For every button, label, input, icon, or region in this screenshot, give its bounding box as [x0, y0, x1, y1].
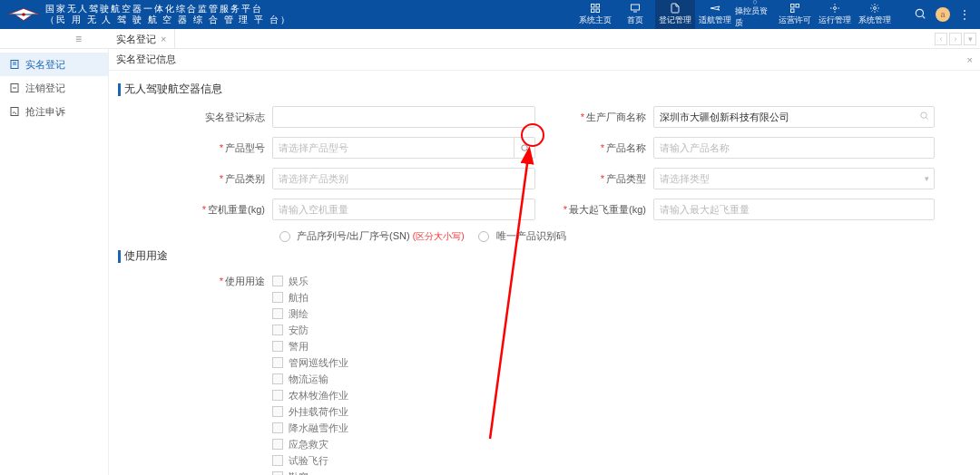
usage-checkbox[interactable]: 勘察: [272, 469, 348, 475]
select-product-type[interactable]: [653, 168, 935, 189]
input-empty-weight[interactable]: [272, 199, 535, 220]
section-bar-icon: [118, 250, 121, 263]
label-manufacturer: 生产厂商名称: [554, 111, 653, 124]
tab-nav-next[interactable]: ›: [949, 33, 962, 45]
lookup-product-model-button[interactable]: [514, 137, 535, 159]
checkbox-icon: [272, 455, 283, 466]
sidebar-toggle-icon[interactable]: ≡: [0, 29, 109, 49]
input-max-takeoff[interactable]: [653, 199, 935, 220]
usage-label: 娱乐: [289, 275, 309, 288]
usage-checkbox[interactable]: 警用: [272, 338, 348, 354]
svg-rect-2: [596, 5, 600, 8]
usage-checkbox[interactable]: 管网巡线作业: [272, 354, 348, 371]
usage-label: 农林牧渔作业: [289, 389, 348, 402]
svg-rect-19: [11, 108, 18, 116]
usage-checkbox[interactable]: 物流运输: [272, 371, 348, 387]
svg-line-13: [922, 15, 925, 18]
label-product-model: 产品型号: [172, 141, 272, 155]
section-uav-info: 无人驾驶航空器信息 实名登记标志 生产厂商名称: [118, 82, 971, 243]
nav-home[interactable]: 首页: [615, 0, 655, 29]
checkbox-icon: [272, 308, 283, 319]
tab-nav-menu[interactable]: ▾: [964, 33, 976, 45]
nav-operation-license[interactable]: 运营许可: [775, 0, 815, 29]
usage-label: 航拍: [289, 291, 309, 305]
nav-registration-mgmt[interactable]: 登记管理: [655, 0, 695, 29]
tab-nav-prev[interactable]: ‹: [935, 33, 947, 45]
sidebar-item-realname[interactable]: 实名登记: [0, 53, 108, 76]
header-right: a ⋮: [914, 0, 980, 29]
input-product-model[interactable]: [272, 137, 514, 159]
card-close-icon[interactable]: ×: [967, 54, 973, 65]
usage-label: 物流运输: [289, 373, 328, 386]
usage-label: 测绘: [289, 307, 309, 321]
card-header: 实名登记信息 ×: [109, 49, 980, 71]
user-avatar[interactable]: a: [936, 7, 950, 22]
usage-checkbox[interactable]: 降水融雪作业: [272, 420, 348, 436]
lookup-manufacturer-icon[interactable]: [919, 111, 929, 123]
usage-label: 安防: [289, 324, 309, 337]
platform-title-line1: 国家无人驾驶航空器一体化综合监管服务平台: [45, 4, 291, 15]
checkbox-icon: [272, 341, 283, 352]
checkbox-icon: [272, 406, 283, 417]
svg-point-10: [834, 7, 837, 10]
logo-block: 国家无人驾驶航空器一体化综合监管服务平台 （民 用 无 人 驾 驶 航 空 器 …: [7, 4, 291, 25]
checkbox-icon: [272, 373, 283, 384]
sidebar-item-label: 注销登记: [25, 82, 65, 95]
section-heading: 无人驾驶航空器信息: [124, 82, 222, 97]
usage-label: 外挂载荷作业: [289, 405, 348, 419]
usage-label: 试验飞行: [289, 454, 328, 468]
label-max-takeoff: 最大起飞重量(kg): [554, 203, 653, 217]
top-nav: 系统主页 首页 登记管理 适航管理 操控员资质 运营许可 运行管理 系统管理: [575, 0, 895, 29]
radio-icon: [279, 231, 290, 242]
input-manufacturer[interactable]: [653, 106, 935, 128]
label-product-name: 产品名称: [554, 141, 653, 155]
svg-rect-9: [791, 9, 795, 13]
usage-checkbox[interactable]: 试验飞行: [272, 452, 348, 469]
nav-operator-qual[interactable]: 操控员资质: [735, 0, 775, 29]
label-reg-mark: 实名登记标志: [172, 111, 272, 124]
sidebar-item-dereg[interactable]: 注销登记: [0, 76, 108, 100]
checkbox-icon: [272, 357, 283, 368]
usage-checkbox[interactable]: 航拍: [272, 289, 348, 305]
checkbox-icon: [272, 390, 283, 401]
checkbox-icon: [272, 292, 283, 303]
card-title: 实名登记信息: [116, 53, 176, 66]
tab-close-icon[interactable]: ×: [161, 34, 166, 44]
section-bar-icon: [118, 83, 121, 96]
section-heading: 使用用途: [124, 248, 168, 264]
svg-line-21: [926, 117, 927, 119]
caac-logo-icon: [7, 6, 40, 23]
usage-checkbox[interactable]: 农林牧渔作业: [272, 387, 348, 403]
header-more-icon[interactable]: ⋮: [959, 8, 971, 21]
radio-unique-id[interactable]: 唯一产品识别码: [478, 229, 565, 243]
input-product-name[interactable]: [653, 137, 935, 159]
svg-point-12: [916, 9, 923, 16]
svg-line-23: [526, 150, 528, 151]
svg-rect-5: [632, 5, 640, 10]
input-reg-mark[interactable]: [272, 106, 535, 128]
usage-checkbox[interactable]: 娱乐: [272, 273, 348, 289]
sidebar-item-appeal[interactable]: 抢注申诉: [0, 100, 108, 123]
label-empty-weight: 空机重量(kg): [172, 203, 272, 217]
radio-sn[interactable]: 产品序列号/出厂序号(SN) (区分大小写): [279, 229, 464, 243]
usage-label: 勘察: [289, 470, 309, 476]
header-search-icon[interactable]: [914, 7, 926, 23]
usage-label: 警用: [289, 340, 309, 354]
svg-rect-7: [791, 5, 795, 8]
select-product-category[interactable]: [272, 168, 535, 189]
nav-flight-mgmt[interactable]: 运行管理: [815, 0, 855, 29]
section-usage: 使用用途 使用用途 娱乐航拍测绘安防警用管网巡线作业物流运输农林牧渔作业外挂载荷…: [118, 248, 971, 475]
nav-system-home[interactable]: 系统主页: [575, 0, 615, 29]
checkbox-icon: [272, 422, 283, 433]
usage-checkbox[interactable]: 外挂载荷作业: [272, 403, 348, 420]
tab-realname-reg[interactable]: 实名登记 ×: [109, 29, 175, 49]
nav-airworthiness[interactable]: 适航管理: [695, 0, 735, 29]
usage-checkbox[interactable]: 应急救灾: [272, 436, 348, 452]
label-product-category: 产品类别: [172, 172, 272, 186]
nav-system-mgmt[interactable]: 系统管理: [855, 0, 895, 29]
usage-label: 降水融雪作业: [289, 422, 348, 435]
checkbox-icon: [272, 325, 283, 335]
sidebar: 实名登记 注销登记 抢注申诉: [0, 49, 109, 475]
usage-checkbox[interactable]: 安防: [272, 322, 348, 338]
usage-checkbox[interactable]: 测绘: [272, 305, 348, 322]
